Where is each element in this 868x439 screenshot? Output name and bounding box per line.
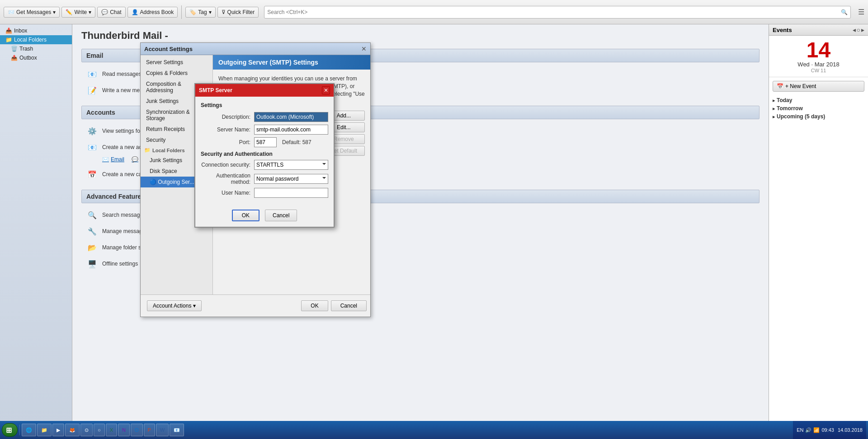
events-prev-button[interactable]: ◂: [853, 26, 856, 33]
smtp-description-input[interactable]: [254, 112, 328, 122]
new-event-button[interactable]: 📅 + New Event: [773, 81, 864, 92]
sidebar-item-trash[interactable]: 🗑️ Trash: [0, 44, 72, 53]
sidebar-server-settings[interactable]: Server Settings: [141, 57, 212, 68]
events-panel: Events ◂ ○ ▸ 14 Wed · Mar 2018 CW 11 📅 +…: [769, 24, 868, 426]
calendar-date-block: 14 Wed · Mar 2018 CW 11: [769, 36, 868, 77]
taskbar-onenote[interactable]: N: [118, 424, 130, 436]
main-area: 📥 Inbox 📁 Local Folders 🗑️ Trash 📤 Outbo…: [0, 24, 868, 426]
smtp-settings-section: Settings: [201, 102, 328, 108]
sidebar-item-local-folders[interactable]: 📁 Local Folders: [0, 35, 72, 44]
create-account-icon: 📧: [87, 142, 98, 153]
local-folders-icon: 📁: [5, 37, 12, 43]
word-icon: W: [160, 427, 165, 433]
smtp-connection-security-select[interactable]: STARTTLS None SSL/TLS: [254, 160, 328, 170]
tray-network-icon: 📶: [813, 427, 820, 433]
sidebar-copies-folders[interactable]: Copies & Folders: [141, 68, 212, 79]
events-timeline: ▸ Today ▸ Tomorrow ▸ Upcoming (5 days): [769, 95, 868, 123]
smtp-server-close-button[interactable]: ✕: [322, 86, 330, 94]
taskbar-unknown[interactable]: ○: [94, 424, 105, 436]
taskbar-media[interactable]: ▶: [52, 424, 64, 436]
write-icon: ✏️: [66, 9, 72, 15]
account-actions-dropdown-icon: ▾: [193, 303, 196, 309]
start-button[interactable]: ⊞: [2, 423, 18, 437]
smtp-server-footer: OK Cancel: [195, 206, 334, 227]
email-link-icon: ✉️: [102, 156, 109, 163]
account-settings-ok-button[interactable]: OK: [301, 300, 328, 311]
email-link[interactable]: ✉️ Email: [102, 156, 124, 163]
write-button[interactable]: ✏️ Write ▾: [61, 7, 95, 18]
sidebar-item-outbox[interactable]: 📤 Outbox: [0, 53, 72, 62]
tag-button[interactable]: 🏷️ Tag ▾: [185, 7, 215, 18]
tag-dropdown-icon: ▾: [209, 9, 212, 15]
smtp-security-section: Security and Authentication: [201, 151, 328, 157]
smtp-server-titlebar: SMTP Server ✕: [195, 84, 334, 97]
chat-icon: 💬: [101, 9, 108, 15]
account-settings-close-button[interactable]: ✕: [361, 45, 367, 52]
search-bar: 🔍: [264, 6, 851, 19]
read-icon: 📧: [87, 69, 98, 79]
tray-sound-icon: 🔊: [805, 427, 811, 433]
toolbar-separator: [181, 5, 182, 19]
outlook-icon: O: [135, 427, 139, 433]
taskbar-explorer[interactable]: 📁: [37, 424, 52, 436]
smtp-port-row: Port: Default: 587: [201, 137, 328, 147]
upcoming-group: ▸ Upcoming (5 days): [773, 113, 864, 120]
tomorrow-label[interactable]: ▸ Tomorrow: [773, 105, 864, 112]
outbox-icon: 📤: [11, 55, 18, 61]
taskbar-firefox[interactable]: 🦊: [65, 424, 80, 436]
smtp-server-name-input[interactable]: [254, 125, 328, 135]
today-group: ▸ Today: [773, 97, 864, 103]
smtp-server-dialog: SMTP Server ✕ Settings Description: Serv…: [194, 83, 335, 228]
taskbar-chrome[interactable]: ⊙: [80, 424, 93, 436]
search-input[interactable]: [267, 9, 841, 15]
upcoming-label[interactable]: ▸ Upcoming (5 days): [773, 113, 864, 120]
taskbar-thunderbird[interactable]: 📧: [170, 424, 184, 436]
smtp-auth-method-select[interactable]: Normal password No authentication Encryp…: [254, 174, 328, 184]
get-messages-button[interactable]: 📨 Get Messages ▾: [4, 7, 60, 18]
today-label[interactable]: ▸ Today: [773, 97, 864, 103]
account-settings-title: Account Settings: [144, 46, 193, 52]
sidebar-item-inbox[interactable]: 📥 Inbox: [0, 26, 72, 35]
events-nav: ◂ ○ ▸: [853, 26, 864, 33]
write-dropdown-icon: ▾: [89, 9, 91, 15]
smtp-cancel-button[interactable]: Cancel: [265, 210, 297, 221]
search-icon[interactable]: 🔍: [841, 9, 848, 15]
smtp-connection-security-row: Connection security: STARTTLS None SSL/T…: [201, 160, 328, 170]
explorer-icon: 📁: [41, 427, 47, 433]
smtp-username-input[interactable]: [254, 188, 328, 198]
tray-date: 14.03.2018: [838, 427, 863, 433]
taskbar-excel[interactable]: X: [106, 424, 117, 436]
thunderbird-icon: 📧: [174, 427, 180, 433]
windows-icon: ⊞: [6, 426, 12, 434]
trash-icon: 🗑️: [11, 46, 18, 52]
taskbar-tray: EN 🔊 📶 09:43 14.03.2018: [793, 421, 866, 439]
powerpoint-icon: P: [148, 427, 151, 433]
excel-icon: X: [110, 427, 113, 433]
smtp-port-input[interactable]: [254, 137, 277, 147]
address-book-button[interactable]: 👤 Address Book: [127, 7, 178, 18]
smtp-servername-row: Server Name:: [201, 125, 328, 135]
taskbar-ie[interactable]: 🌐: [22, 424, 36, 436]
smtp-ok-button[interactable]: OK: [232, 210, 259, 221]
chat-link-icon: 💬: [132, 156, 138, 163]
chat-toolbar-button[interactable]: 💬 Chat: [97, 7, 125, 18]
tray-time: 09:43: [821, 427, 834, 433]
smtp-description-row: Description:: [201, 112, 328, 122]
taskbar-outlook[interactable]: O: [131, 424, 143, 436]
taskbar-powerpoint[interactable]: P: [144, 424, 155, 436]
account-settings-cancel-button[interactable]: Cancel: [331, 300, 367, 311]
menu-icon[interactable]: ☰: [858, 8, 864, 16]
taskbar-word[interactable]: W: [156, 424, 169, 436]
get-messages-icon: 📨: [8, 9, 14, 15]
get-messages-dropdown-icon: ▾: [53, 9, 56, 15]
quick-filter-button[interactable]: ⊽ Quick Filter: [217, 7, 259, 18]
smtp-username-row: User Name:: [201, 188, 328, 198]
events-next-button[interactable]: ▸: [861, 26, 864, 33]
events-expand-button[interactable]: ○: [857, 26, 860, 33]
account-actions-button[interactable]: Account Actions ▾: [147, 300, 202, 311]
filters-icon: 🔧: [87, 226, 98, 237]
smtp-settings-header: Outgoing Server (SMTP) Settings: [213, 55, 370, 70]
sidebar: 📥 Inbox 📁 Local Folders 🗑️ Trash 📤 Outbo…: [0, 24, 72, 426]
media-icon: ▶: [57, 427, 60, 433]
cal-day-info: Wed · Mar 2018: [773, 61, 864, 68]
